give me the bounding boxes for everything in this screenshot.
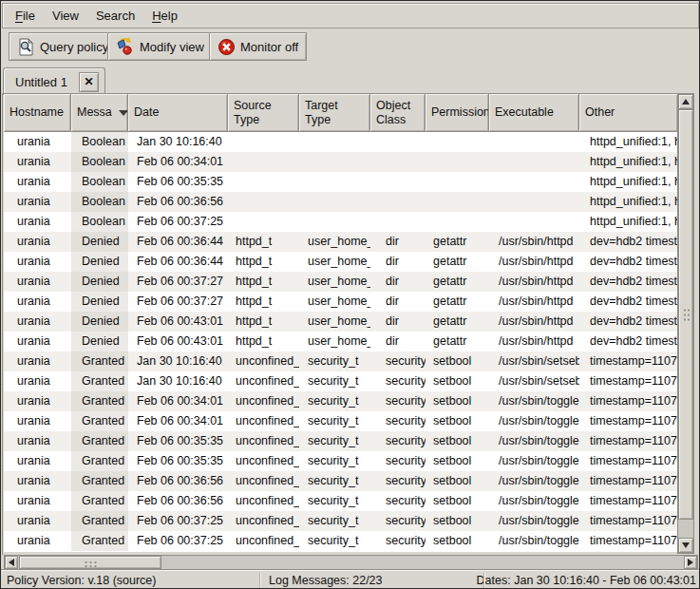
table-row[interactable]: uraniaBooleanFeb 06 00:36:56httpd_unifie… (4, 192, 678, 212)
scroll-down-button[interactable] (678, 538, 693, 553)
cell-target-type (299, 192, 370, 212)
cell-hostname: urania (4, 192, 71, 212)
cell-hostname: urania (4, 152, 71, 172)
table-row[interactable]: uraniaDeniedFeb 06 00:37:27httpd_tuser_h… (4, 272, 678, 292)
table-row[interactable]: uraniaDeniedFeb 06 00:43:01httpd_tuser_h… (4, 332, 678, 352)
menu-search[interactable]: Search (87, 5, 143, 27)
vertical-scrollbar[interactable] (677, 93, 694, 554)
table-row[interactable]: uraniaDeniedFeb 06 00:43:01httpd_tuser_h… (4, 312, 678, 332)
cell-source-type (228, 132, 299, 152)
cell-object-class: security (370, 371, 426, 391)
table-row[interactable]: uraniaBooleanFeb 06 00:37:25httpd_unifie… (4, 212, 678, 232)
cell-executable: /usr/sbin/toggle (489, 491, 579, 511)
cell-date: Feb 06 00:34:01 (128, 411, 228, 431)
column-header-target-type[interactable]: Target Type (299, 93, 370, 132)
policy-version-status: Policy Version: v.18 (source) (7, 574, 156, 587)
table-row[interactable]: uraniaDeniedFeb 06 00:36:44httpd_tuser_h… (4, 232, 678, 252)
cell-executable (489, 152, 579, 172)
table-row[interactable]: uraniaBooleanFeb 06 00:34:01httpd_unifie… (4, 152, 678, 172)
cell-date: Feb 06 00:36:56 (128, 471, 228, 491)
table-row[interactable]: uraniaGrantedFeb 06 00:37:25unconfined_s… (4, 531, 678, 551)
monitor-off-button[interactable]: Monitor off (209, 32, 307, 61)
cell-other: httpd_unified:1, h (579, 152, 678, 172)
column-header-hostname[interactable]: Hostname (4, 93, 71, 132)
menu-view[interactable]: View (44, 5, 87, 27)
tab-close-button[interactable]: ✕ (79, 72, 99, 92)
table-row[interactable]: uraniaGrantedFeb 06 00:35:35unconfined_s… (4, 451, 678, 471)
cell-hostname: urania (4, 431, 71, 451)
cell-message: Granted (71, 352, 128, 371)
cell-object-class: security (370, 352, 426, 371)
scroll-up-button[interactable] (678, 94, 693, 109)
cell-target-type: security_t (299, 431, 370, 451)
cell-source-type (228, 152, 299, 172)
cell-hostname: urania (4, 352, 71, 371)
table-row[interactable]: uraniaDeniedFeb 06 00:37:27httpd_tuser_h… (4, 292, 678, 312)
table-row[interactable]: uraniaGrantedFeb 06 00:34:01unconfined_s… (4, 391, 678, 411)
cell-permission: setbool (426, 451, 489, 471)
cell-permission: getattr (426, 292, 489, 312)
column-header-date[interactable]: Date (128, 93, 228, 132)
table-row[interactable]: uraniaGrantedFeb 06 00:35:35unconfined_s… (4, 431, 678, 451)
cell-source-type (228, 212, 299, 232)
cell-hostname: urania (4, 272, 71, 292)
horizontal-scrollbar-thumb[interactable] (19, 556, 161, 569)
cell-permission (426, 132, 489, 152)
column-header-executable[interactable]: Executable (489, 93, 579, 132)
cell-source-type (228, 192, 299, 212)
cell-target-type (299, 172, 370, 192)
column-header-object-class[interactable]: Object Class (370, 93, 426, 132)
cell-other: timestamp=11076 (579, 471, 678, 491)
arrow-down-icon (682, 542, 690, 548)
query-policy-button[interactable]: Query policy (9, 32, 117, 61)
cell-target-type: user_home_ (299, 292, 370, 312)
menu-file[interactable]: File (7, 5, 44, 27)
cell-message: Boolean (71, 212, 128, 232)
menu-bar: FileViewSearchHelp (2, 3, 699, 28)
toolbar: Query policy Modify view (1, 30, 700, 64)
cell-date: Feb 06 00:36:44 (128, 232, 228, 252)
horizontal-scrollbar[interactable] (4, 555, 698, 570)
cell-permission: getattr (426, 232, 489, 252)
table-row[interactable]: uraniaDeniedFeb 06 00:36:44httpd_tuser_h… (4, 252, 678, 272)
column-header-other[interactable]: Other (579, 93, 678, 132)
arrow-right-icon (688, 559, 693, 566)
cell-hostname: urania (4, 232, 71, 252)
table-row[interactable]: uraniaBooleanJan 30 10:16:40httpd_unifie… (4, 132, 678, 152)
table-rows: uraniaBooleanJan 30 10:16:40httpd_unifie… (4, 132, 678, 552)
cell-source-type: unconfined_ (228, 391, 299, 411)
cell-executable: /usr/sbin/toggle (489, 391, 579, 411)
column-header-permission[interactable]: Permission (426, 93, 489, 132)
table-row[interactable]: uraniaGrantedFeb 06 00:34:01unconfined_s… (4, 411, 678, 431)
cell-date: Feb 06 00:36:56 (128, 192, 228, 212)
table-row[interactable]: uraniaGrantedFeb 06 00:37:25unconfined_s… (4, 511, 678, 531)
table-row[interactable]: uraniaGrantedFeb 06 00:36:56unconfined_s… (4, 491, 678, 511)
arrow-up-icon (682, 99, 690, 104)
cell-permission: setbool (426, 391, 489, 411)
cell-permission: getattr (426, 272, 489, 292)
table-row[interactable]: uraniaGrantedJan 30 10:16:40unconfined_s… (4, 371, 678, 391)
cell-hostname: urania (4, 312, 71, 332)
cell-target-type (299, 212, 370, 232)
cell-message: Boolean (71, 132, 128, 152)
query-policy-label: Query policy (40, 40, 108, 54)
cell-message: Granted (71, 411, 128, 431)
dates-status: Dates: Jan 30 10:16:40 - Feb 06 00:43:01 (477, 574, 696, 587)
tab-untitled-1[interactable]: Untitled 1 ✕ (3, 67, 105, 95)
scroll-right-button[interactable] (684, 556, 697, 569)
table-row[interactable]: uraniaBooleanFeb 06 00:35:35httpd_unifie… (4, 172, 678, 192)
column-header-source-type[interactable]: Source Type (228, 93, 299, 132)
modify-view-button[interactable]: Modify view (107, 32, 213, 61)
cell-executable (489, 132, 579, 152)
vertical-scrollbar-thumb[interactable] (678, 109, 693, 520)
table-row[interactable]: uraniaGrantedJan 30 10:16:40unconfined_s… (4, 352, 678, 371)
cell-other: httpd_unified:1, h (579, 172, 678, 192)
column-header-message[interactable]: Messa (71, 93, 128, 132)
cell-hostname: urania (4, 471, 71, 491)
cell-source-type: unconfined_ (228, 411, 299, 431)
scroll-left-button[interactable] (5, 556, 18, 569)
cell-other: httpd_unified:1, h (579, 212, 678, 232)
cell-source-type: httpd_t (228, 332, 299, 352)
menu-help[interactable]: Help (143, 5, 186, 27)
table-row[interactable]: uraniaGrantedFeb 06 00:36:56unconfined_s… (4, 471, 678, 491)
